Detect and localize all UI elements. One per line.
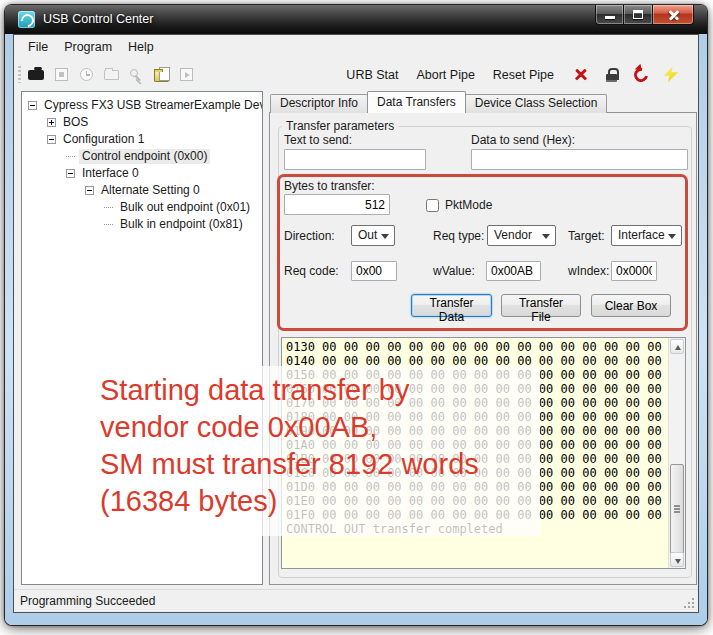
status-bar: Programming Succeeded <box>14 589 698 612</box>
hex-row: 0190 00 00 00 00 00 00 00 00 00 00 00 00… <box>286 424 667 438</box>
folder-icon-button[interactable] <box>100 65 122 85</box>
tree-item-bulk-in-endpoint-0x81[interactable]: Bulk in endpoint (0x81) <box>22 216 262 233</box>
groupbox-title: Transfer parameters <box>282 119 398 133</box>
tree-item-cypress-fx3-usb-streamerexample-device[interactable]: Cypress FX3 USB StreamerExample Device <box>22 97 262 114</box>
direction-value: Out <box>358 228 377 242</box>
hex-row: 0130 00 00 00 00 00 00 00 00 00 00 00 00… <box>286 340 667 354</box>
data-to-send-input[interactable] <box>471 149 688 170</box>
abort-x-icon-button[interactable] <box>570 65 592 85</box>
key-icon <box>129 68 143 82</box>
resize-grip[interactable] <box>682 596 696 610</box>
toolbar-grip[interactable] <box>18 66 21 83</box>
tab-descriptor-info[interactable]: Descriptor Info <box>270 94 368 113</box>
toolbar-right-icons <box>570 65 682 85</box>
tree-item-label: BOS <box>60 115 91 130</box>
vertical-scrollbar[interactable] <box>668 338 685 568</box>
minimize-button[interactable] <box>595 5 624 25</box>
device-tree[interactable]: Cypress FX3 USB StreamerExample DeviceBO… <box>21 91 263 585</box>
menu-program[interactable]: Program <box>56 35 120 59</box>
menu-help[interactable]: Help <box>120 35 162 59</box>
text-to-send-label: Text to send: <box>284 133 352 147</box>
req-code-input[interactable] <box>351 261 397 281</box>
req-type-select[interactable]: Vendor <box>487 225 556 246</box>
hex-status-line: CONTROL OUT transfer completed <box>286 522 667 536</box>
hex-row: 0160 00 00 00 00 00 00 00 00 00 00 00 00… <box>286 382 667 396</box>
open-file-icon-button[interactable] <box>150 65 172 85</box>
window-title: USB Control Center <box>43 5 153 34</box>
hex-row: 01A0 00 00 00 00 00 00 00 00 00 00 00 00… <box>286 438 667 452</box>
tab-data-transfers[interactable]: Data Transfers <box>367 91 466 113</box>
tree-connector <box>66 156 75 157</box>
key-icon-button[interactable] <box>125 65 147 85</box>
tree-item-label: Cypress FX3 USB StreamerExample Device <box>41 98 263 113</box>
play-icon-button[interactable] <box>175 65 197 85</box>
hex-output-box[interactable]: 0130 00 00 00 00 00 00 00 00 00 00 00 00… <box>281 337 686 569</box>
target-select[interactable]: Interface <box>611 225 682 246</box>
tree-item-control-endpoint-0x00[interactable]: Control endpoint (0x00) <box>22 148 262 165</box>
open-file-icon <box>154 71 169 82</box>
title-bar[interactable]: USB Control Center <box>5 5 707 34</box>
tree-item-interface-0[interactable]: Interface 0 <box>22 165 262 182</box>
hex-row: 0170 00 00 00 00 00 00 00 00 00 00 00 00… <box>286 396 667 410</box>
toolbar-icon-group <box>25 65 197 85</box>
data-to-send-label: Data to send (Hex): <box>471 133 575 147</box>
collapse-icon[interactable] <box>85 186 94 195</box>
lock-icon-button[interactable] <box>600 65 622 85</box>
reset-pipe-button[interactable]: Reset Pipe <box>485 65 562 85</box>
desktop-background: USB Control Center FileProgramHelp URB S… <box>0 0 713 635</box>
text-to-send-input[interactable] <box>284 149 426 170</box>
transfer-file-button[interactable]: Transfer File <box>501 294 581 317</box>
stop-icon-button[interactable] <box>50 65 72 85</box>
expand-icon[interactable] <box>47 118 56 127</box>
toolbar: URB StatAbort PipeReset Pipe <box>14 61 698 88</box>
menu-bar: FileProgramHelp <box>14 35 698 61</box>
collapse-icon[interactable] <box>66 169 75 178</box>
urb-stat-button[interactable]: URB Stat <box>338 65 406 85</box>
minimize-icon <box>605 16 615 19</box>
clock-icon-button[interactable] <box>75 65 97 85</box>
lightning-icon-button[interactable] <box>660 65 682 85</box>
maximize-button[interactable] <box>624 5 652 25</box>
windex-input[interactable] <box>611 261 657 281</box>
tab-device-class-selection[interactable]: Device Class Selection <box>465 94 608 113</box>
close-button[interactable] <box>652 5 694 25</box>
status-text: Programming Succeeded <box>20 594 155 608</box>
device-icon-button[interactable] <box>25 65 47 85</box>
collapse-icon[interactable] <box>47 135 56 144</box>
pktmode-checkbox[interactable] <box>426 199 439 212</box>
tree-item-bulk-out-endpoint-0x01[interactable]: Bulk out endpoint (0x01) <box>22 199 262 216</box>
wvalue-input[interactable] <box>486 261 541 281</box>
direction-select[interactable]: Out <box>351 225 395 246</box>
close-icon <box>668 9 680 21</box>
menu-file[interactable]: File <box>20 35 56 59</box>
app-icon <box>18 11 35 28</box>
device-icon <box>28 70 44 80</box>
reset-icon-button[interactable] <box>630 65 652 85</box>
collapse-icon[interactable] <box>28 101 37 110</box>
clear-box-button[interactable]: Clear Box <box>591 294 671 317</box>
target-label: Target: <box>568 229 605 243</box>
direction-label: Direction: <box>284 229 335 243</box>
tree-connector <box>104 224 113 225</box>
scroll-down-button[interactable] <box>670 552 684 567</box>
tree-item-configuration-1[interactable]: Configuration 1 <box>22 131 262 148</box>
scroll-up-button[interactable] <box>670 339 684 354</box>
scrollbar-thumb[interactable] <box>670 464 684 554</box>
tree-item-label: Configuration 1 <box>60 132 147 147</box>
wvalue-label: wValue: <box>433 264 475 278</box>
req-type-label: Req type: <box>433 229 484 243</box>
hex-row: 01D0 00 00 00 00 00 00 00 00 00 00 00 00… <box>286 480 667 494</box>
stop-icon <box>55 68 68 81</box>
caption-buttons <box>595 5 694 25</box>
transfer-data-button[interactable]: Transfer Data <box>411 294 492 317</box>
hex-row: 01F0 00 00 00 00 00 00 00 00 00 00 00 00… <box>286 508 667 522</box>
hex-row: 0140 00 00 00 00 00 00 00 00 00 00 00 00… <box>286 354 667 368</box>
tree-connector <box>104 207 113 208</box>
tree-item-alternate-setting-0[interactable]: Alternate Setting 0 <box>22 182 262 199</box>
abort-pipe-button[interactable]: Abort Pipe <box>408 65 482 85</box>
target-value: Interface <box>618 228 665 242</box>
tree-item-bos[interactable]: BOS <box>22 114 262 131</box>
req-type-value: Vendor <box>494 228 532 242</box>
bytes-to-transfer-input[interactable] <box>284 194 390 215</box>
hex-row: 0180 00 00 00 00 00 00 00 00 00 00 00 00… <box>286 410 667 424</box>
